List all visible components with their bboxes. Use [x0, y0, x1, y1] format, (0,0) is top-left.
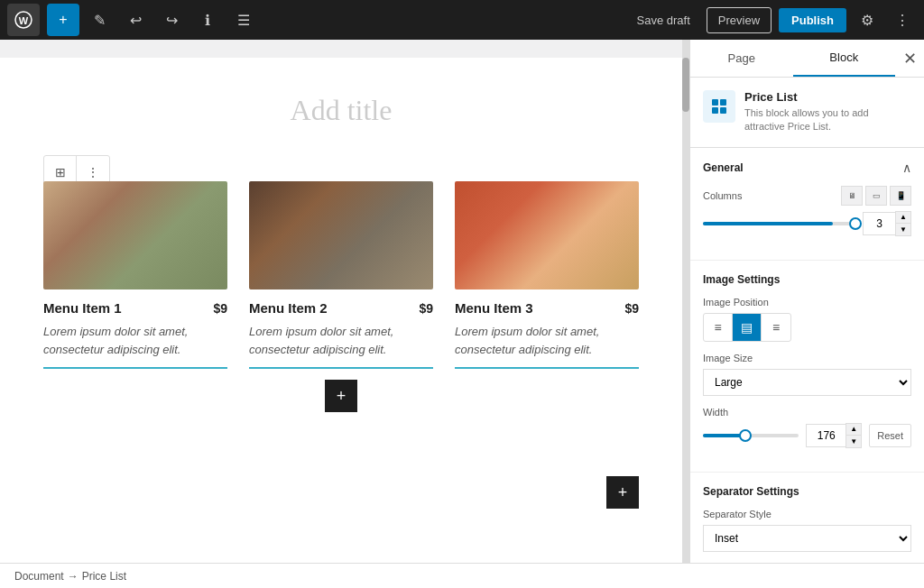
redo-button[interactable]: ↪ [155, 4, 188, 36]
columns-slider-fill [703, 222, 833, 225]
menu-item: Menu Item 1 $9 Lorem ipsum dolor sit ame… [43, 181, 227, 412]
width-increment[interactable]: ▲ [846, 424, 861, 436]
menu-item-header-1: Menu Item 1 $9 [43, 300, 227, 316]
menu-item-header-2: Menu Item 2 $9 [249, 300, 433, 316]
sidebar-tabs: Page Block ✕ [690, 40, 924, 78]
image-position-setting: Image Position ≡ ▤ ≡ [703, 297, 911, 342]
mobile-icon[interactable]: 📱 [890, 186, 911, 206]
publish-button[interactable]: Publish [779, 8, 846, 32]
width-slider-track[interactable] [703, 434, 799, 437]
separator-settings-title: Separator Settings [703, 485, 799, 498]
menu-item-header-3: Menu Item 3 $9 [455, 300, 639, 316]
separator-style-setting: Separator Style Inset None Full Width [703, 509, 911, 552]
image-width-setting: Width ▲ ▼ Reset [703, 407, 911, 448]
more-options-button[interactable]: ⋮ [888, 6, 917, 34]
editor-canvas: Add title ⊞ ⋮ Menu Item 1 $9 Lorem ip [0, 58, 682, 563]
general-section-chevron: ∧ [902, 161, 911, 175]
list-view-button[interactable]: ☰ [227, 4, 260, 36]
scrollbar-thumb[interactable] [682, 58, 689, 112]
top-toolbar: W + ✎ ↩ ↪ ℹ ☰ Save draft Preview Publish… [0, 0, 924, 40]
sidebar-close-button[interactable]: ✕ [903, 51, 917, 67]
menu-item-image-2 [249, 181, 433, 289]
breadcrumb-document[interactable]: Document [14, 570, 64, 583]
add-new-block-button[interactable]: + [606, 476, 639, 509]
columns-increment[interactable]: ▲ [896, 212, 910, 224]
columns-decrement[interactable]: ▼ [896, 224, 910, 235]
svg-rect-4 [712, 107, 718, 114]
width-slider-thumb[interactable] [739, 429, 752, 442]
breadcrumb-page[interactable]: Price List [82, 570, 126, 583]
separator-style-select[interactable]: Inset None Full Width [703, 525, 911, 552]
tab-block[interactable]: Block [793, 40, 896, 77]
columns-setting: Columns 🖥 ▭ 📱 [703, 186, 911, 236]
columns-slider-thumb[interactable] [849, 217, 862, 230]
image-position-center-button[interactable]: ▤ [733, 314, 762, 341]
separator-settings-header: Separator Settings [703, 485, 911, 498]
info-button[interactable]: ℹ [191, 4, 224, 36]
menu-item-desc-3: Lorem ipsum dolor sit amet, consectetur … [455, 323, 639, 358]
menu-item-name-3[interactable]: Menu Item 3 [455, 300, 533, 316]
menu-item-price-2: $9 [419, 301, 433, 316]
editor-area[interactable]: Add title ⊞ ⋮ Menu Item 1 $9 Lorem ip [0, 40, 682, 563]
menu-item-separator-1 [43, 367, 227, 369]
columns-number-input: ▲ ▼ [863, 211, 911, 236]
menu-item-desc-1: Lorem ipsum dolor sit amet, consectetur … [43, 323, 227, 358]
svg-rect-3 [720, 99, 726, 106]
menu-item-name-1[interactable]: Menu Item 1 [43, 300, 122, 316]
save-draft-button[interactable]: Save draft [628, 8, 699, 32]
settings-button[interactable]: ⚙ [854, 6, 881, 34]
menu-item-name-2[interactable]: Menu Item 2 [249, 300, 328, 316]
right-sidebar: Page Block ✕ Price List This block allow… [689, 40, 924, 563]
svg-rect-5 [720, 107, 726, 114]
width-value-input[interactable] [806, 424, 845, 447]
price-list-grid: Menu Item 1 $9 Lorem ipsum dolor sit ame… [43, 181, 639, 412]
preview-button[interactable]: Preview [707, 7, 772, 33]
block-description: This block allows you to add attractive … [744, 106, 911, 134]
editor-scrollbar[interactable] [682, 40, 689, 563]
menu-item: Menu Item 2 $9 Lorem ipsum dolor sit ame… [249, 181, 433, 412]
tablet-icon[interactable]: ▭ [865, 186, 887, 206]
page-title-placeholder[interactable]: Add title [43, 94, 639, 127]
block-icon [703, 90, 735, 123]
columns-slider-track[interactable] [703, 222, 855, 225]
block-info-panel: Price List This block allows you to add … [690, 78, 924, 148]
general-section: General ∧ Columns 🖥 ▭ 📱 [690, 148, 924, 261]
width-row: ▲ ▼ Reset [703, 423, 911, 448]
image-settings-section: Image Settings Image Position ≡ ▤ ≡ Imag… [690, 261, 924, 473]
image-width-label: Width [703, 407, 911, 418]
undo-button[interactable]: ↩ [119, 4, 152, 36]
image-size-select[interactable]: Large Thumbnail Medium Full [703, 369, 911, 396]
image-size-setting: Image Size Large Thumbnail Medium Full [703, 353, 911, 396]
separator-style-label: Separator Style [703, 509, 911, 519]
image-position-label: Image Position [703, 297, 911, 308]
general-section-title: General [703, 161, 744, 174]
menu-item-separator-3 [455, 367, 639, 369]
desktop-icon[interactable]: 🖥 [841, 186, 863, 206]
add-menu-item-button[interactable]: + [325, 380, 357, 412]
wp-logo[interactable]: W [7, 4, 40, 36]
image-size-label: Image Size [703, 353, 911, 363]
width-decrement[interactable]: ▼ [846, 436, 861, 447]
width-reset-button[interactable]: Reset [869, 424, 911, 447]
tab-page[interactable]: Page [690, 40, 793, 77]
separator-settings-section: Separator Settings Separator Style Inset… [690, 473, 924, 563]
general-section-header[interactable]: General ∧ [703, 161, 911, 175]
pencil-icon-button[interactable]: ✎ [83, 4, 116, 36]
menu-item-price-3: $9 [624, 301, 639, 316]
image-position-right-button[interactable]: ≡ [762, 314, 790, 341]
image-settings-header: Image Settings [703, 273, 911, 286]
menu-item-image-3 [455, 181, 639, 289]
add-block-button[interactable]: + [47, 4, 79, 36]
menu-item: Menu Item 3 $9 Lorem ipsum dolor sit ame… [455, 181, 639, 412]
columns-value-input[interactable] [863, 212, 895, 235]
responsive-icons: 🖥 ▭ 📱 [841, 186, 911, 206]
width-slider-fill [703, 434, 742, 437]
image-position-left-button[interactable]: ≡ [704, 314, 733, 341]
block-title: Price List [744, 90, 911, 104]
menu-item-desc-2: Lorem ipsum dolor sit amet, consectetur … [249, 323, 433, 358]
columns-spinners: ▲ ▼ [895, 211, 911, 236]
menu-item-image-1 [43, 181, 227, 289]
columns-label: Columns [703, 190, 742, 201]
columns-slider-row: ▲ ▼ [703, 211, 911, 236]
svg-rect-2 [712, 99, 718, 106]
